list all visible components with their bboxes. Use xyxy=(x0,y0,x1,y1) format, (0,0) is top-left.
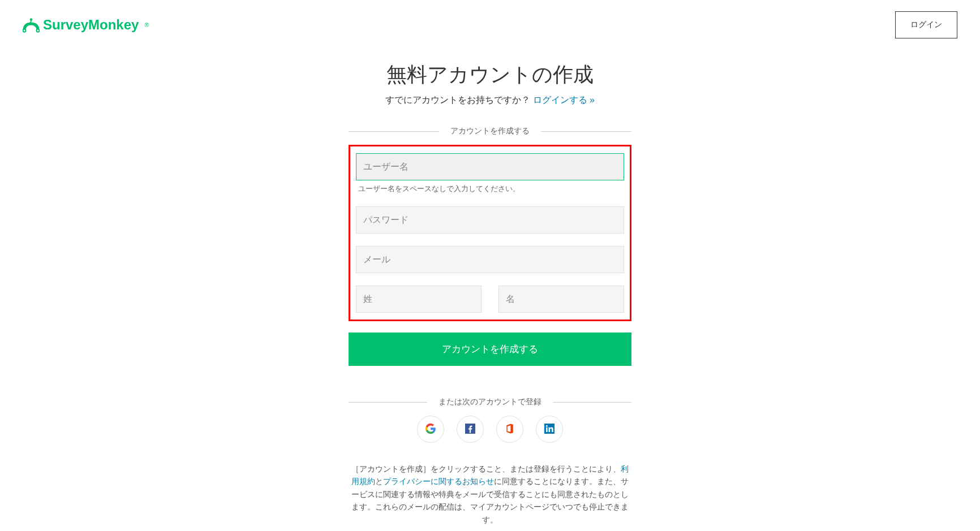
legal-part2: と xyxy=(375,477,383,486)
create-account-button[interactable]: アカウントを作成する xyxy=(349,333,631,366)
form-highlight-box: ユーザー名をスペースなしで入力してください。 xyxy=(349,145,631,321)
main-content: 無料アカウントの作成 すでにアカウントをお持ちですか？ ログインする » アカウ… xyxy=(337,50,643,531)
google-signup-button[interactable] xyxy=(417,416,444,443)
svg-point-2 xyxy=(37,29,40,32)
logo-registered-mark: ® xyxy=(144,22,148,28)
header: SurveyMonkey® ログイン xyxy=(0,0,980,50)
surveymonkey-logo-icon xyxy=(23,18,38,32)
legal-part1: ［アカウントを作成］をクリックすること、または登録を行うことにより、 xyxy=(351,464,621,473)
page-title: 無料アカウントの作成 xyxy=(349,61,631,89)
privacy-link[interactable]: プライバシーに関するお知らせ xyxy=(383,477,494,486)
username-helper: ユーザー名をスペースなしで入力してください。 xyxy=(356,184,624,194)
password-group xyxy=(356,206,624,234)
svg-point-6 xyxy=(546,425,548,426)
linkedin-signup-button[interactable] xyxy=(536,416,563,443)
divider-text-or: または次のアカウントで登録 xyxy=(439,397,541,407)
divider-line-right xyxy=(541,131,631,132)
login-button[interactable]: ログイン xyxy=(895,11,957,38)
email-input[interactable] xyxy=(356,246,624,273)
divider-create-account: アカウントを作成する xyxy=(349,126,631,136)
office-signup-button[interactable] xyxy=(496,416,523,443)
lastname-input[interactable] xyxy=(356,286,482,313)
subtitle: すでにアカウントをお持ちですか？ ログインする » xyxy=(349,94,631,106)
office-icon xyxy=(505,423,515,436)
svg-point-1 xyxy=(23,29,26,32)
divider-or-register: または次のアカウントで登録 xyxy=(349,397,631,407)
facebook-signup-button[interactable] xyxy=(457,416,484,443)
divider-text-create: アカウントを作成する xyxy=(450,126,530,136)
password-input[interactable] xyxy=(356,206,624,234)
divider-line-right-2 xyxy=(553,402,631,403)
google-icon xyxy=(425,423,436,436)
svg-rect-5 xyxy=(546,427,548,431)
divider-line-left-2 xyxy=(349,402,427,403)
email-group xyxy=(356,246,624,273)
name-group xyxy=(356,286,624,313)
linkedin-icon xyxy=(544,424,555,435)
logo-text: SurveyMonkey xyxy=(43,17,139,33)
logo[interactable]: SurveyMonkey® xyxy=(23,17,149,33)
firstname-input[interactable] xyxy=(498,286,624,313)
legal-text: ［アカウントを作成］をクリックすること、または登録を行うことにより、利用規約とプ… xyxy=(349,463,631,526)
username-input[interactable] xyxy=(356,153,624,180)
username-group: ユーザー名をスペースなしで入力してください。 xyxy=(356,153,624,194)
divider-line-left xyxy=(349,131,439,132)
subtitle-prefix: すでにアカウントをお持ちですか？ xyxy=(385,95,530,105)
social-buttons-row xyxy=(349,416,631,443)
facebook-icon xyxy=(465,424,475,435)
login-link[interactable]: ログインする » xyxy=(533,95,595,105)
